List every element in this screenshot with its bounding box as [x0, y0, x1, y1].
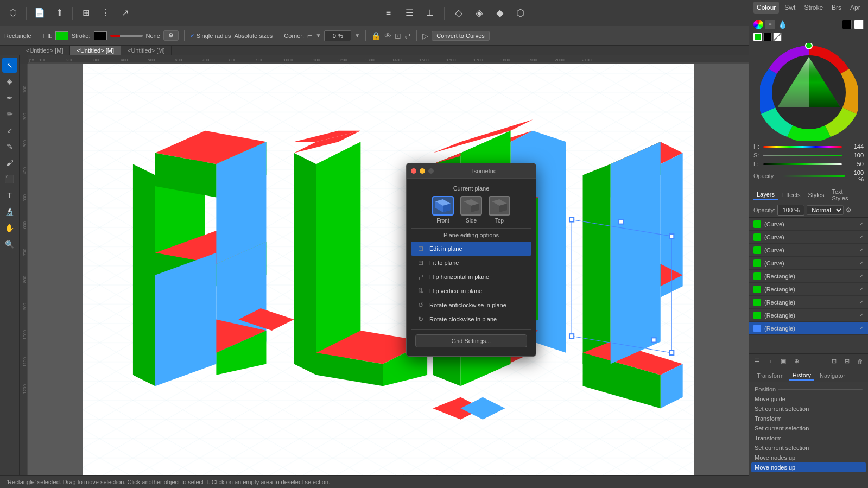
layer-row-0[interactable]: (Curve) ✓: [749, 218, 868, 231]
opacity-slider[interactable]: [783, 175, 845, 177]
export-layer-btn[interactable]: ⊡: [828, 356, 840, 367]
new-document-btn[interactable]: 📄: [31, 4, 48, 22]
history-item-5[interactable]: Transform: [751, 433, 866, 443]
stroke-color-box[interactable]: [94, 31, 107, 40]
layer-visible-8[interactable]: ✓: [859, 325, 864, 331]
black-swatch[interactable]: [842, 20, 852, 29]
grid-btn[interactable]: ⊞: [77, 4, 94, 22]
flip-horizontal-item[interactable]: ⇄ Flip horizontal in plane: [411, 270, 531, 284]
app-icon[interactable]: ⬡: [4, 4, 22, 22]
layer-visible-3[interactable]: ✓: [859, 260, 864, 266]
rotate-cw-item[interactable]: ↻ Rotate clockwise in plane: [411, 312, 531, 326]
paint-brush-tool[interactable]: 🖌: [2, 155, 17, 170]
stroke-width-slider[interactable]: [110, 35, 143, 37]
edit-in-plane-item[interactable]: ⊡ Edit in plane: [411, 242, 531, 256]
layer-visible-0[interactable]: ✓: [859, 221, 864, 227]
layer-row-8[interactable]: (Rectangle) ✓: [749, 322, 868, 335]
layer-row-7[interactable]: (Rectangle) ✓: [749, 309, 868, 322]
layers-tab[interactable]: Layers: [753, 189, 778, 200]
single-radius-check[interactable]: ✓ Single radius: [190, 32, 231, 39]
iso-side-btn[interactable]: ◆: [491, 4, 509, 22]
layer-visible-5[interactable]: ✓: [859, 286, 864, 292]
dropper-icon[interactable]: 💧: [777, 20, 787, 29]
canvas-tab-2[interactable]: <Untitled> [M]: [70, 46, 121, 55]
canvas-tab-1[interactable]: <Untitled> [M]: [20, 46, 70, 55]
layer-visible-2[interactable]: ✓: [859, 247, 864, 253]
absolute-sizes-check[interactable]: Absolute sizes: [234, 33, 273, 39]
corner-unit-dropdown[interactable]: ▼: [354, 33, 360, 39]
layer-row-4[interactable]: (Rectangle) ✓: [749, 270, 868, 283]
pen-tool[interactable]: ✒: [2, 90, 17, 105]
dialog-expand-btn[interactable]: [428, 168, 434, 174]
convert-to-curves-btn[interactable]: Convert to Curves: [432, 31, 490, 41]
layer-row-3[interactable]: (Curve) ✓: [749, 257, 868, 270]
corner-value-input[interactable]: [324, 30, 351, 41]
group-layer-btn[interactable]: ▣: [777, 356, 789, 367]
iso-top-btn[interactable]: ⬡: [512, 4, 529, 22]
apr-tab[interactable]: Apr: [847, 2, 864, 14]
stroke-settings-btn[interactable]: ⚙: [163, 30, 179, 41]
history-item-4[interactable]: Set current selection: [751, 423, 866, 433]
color-wheel-container[interactable]: [760, 43, 858, 141]
sat-slider[interactable]: [763, 155, 842, 156]
front-plane-btn[interactable]: Front: [432, 196, 454, 224]
colour-tab[interactable]: Colour: [753, 2, 779, 14]
lum-slider[interactable]: [763, 163, 842, 165]
grid-settings-btn[interactable]: Grid Settings...: [415, 334, 527, 347]
layer-row-1[interactable]: (Curve) ✓: [749, 231, 868, 244]
stroke-tab[interactable]: Stroke: [801, 2, 826, 14]
text-tool[interactable]: T: [2, 188, 17, 203]
transform-btn[interactable]: ↗: [116, 4, 134, 22]
top-plane-btn[interactable]: Top: [489, 196, 510, 224]
text-styles-tab[interactable]: Text Styles: [828, 187, 864, 203]
history-item-8[interactable]: Move nodes up: [751, 462, 866, 472]
color-wheel-icon[interactable]: [753, 20, 763, 29]
layer-row-6[interactable]: (Rectangle) ✓: [749, 296, 868, 309]
fill-tool[interactable]: ⬛: [2, 172, 17, 187]
color-slider-icon[interactable]: ≡: [765, 20, 775, 29]
brs-tab[interactable]: Brs: [828, 2, 845, 14]
select-tool[interactable]: ↖: [2, 58, 17, 73]
layer-panel-icon[interactable]: ☰: [751, 356, 763, 367]
iso-back-btn[interactable]: ◈: [471, 4, 488, 22]
hand-tool[interactable]: ✋: [2, 220, 17, 236]
align-top-btn[interactable]: ⊥: [421, 4, 439, 22]
white-swatch[interactable]: [854, 20, 864, 29]
blend-mode-select[interactable]: Normal Multiply Screen: [807, 205, 844, 215]
bezier-tool[interactable]: ↙: [2, 123, 17, 138]
mask-layer-btn[interactable]: ⊕: [790, 356, 802, 367]
layer-visible-1[interactable]: ✓: [859, 234, 864, 240]
navigator-tab[interactable]: Navigator: [816, 371, 848, 380]
flip-vertical-item[interactable]: ⇅ Flip vertical in plane: [411, 284, 531, 298]
dialog-minimize-btn[interactable]: [420, 168, 425, 174]
active-color-swatch[interactable]: [753, 33, 762, 41]
vector-pen-tool[interactable]: ✏: [2, 106, 17, 122]
zoom-tool[interactable]: 🔍: [2, 237, 17, 252]
eyedropper-tool[interactable]: 🔬: [2, 204, 17, 219]
rotate-ccw-item[interactable]: ↺ Rotate anticlockwise in plane: [411, 298, 531, 312]
fit-to-plane-item[interactable]: ⊟ Fit to plane: [411, 256, 531, 270]
canvas-tab-3[interactable]: <Untitled> [M]: [121, 46, 172, 55]
history-item-7[interactable]: Move nodes up: [751, 453, 866, 462]
swt-tab[interactable]: Swt: [781, 2, 799, 14]
layers-settings-btn[interactable]: ⚙: [846, 206, 852, 214]
dialog-close-btn[interactable]: [411, 168, 416, 174]
history-item-1[interactable]: Move guide: [751, 394, 866, 404]
canvas-area[interactable]: [28, 64, 749, 475]
add-layer-btn[interactable]: +: [764, 356, 776, 367]
transparent-swatch[interactable]: [773, 33, 782, 41]
history-item-2[interactable]: Set current selection: [751, 404, 866, 414]
node-tool[interactable]: ◈: [2, 74, 17, 89]
corner-dropdown-icon[interactable]: ▼: [315, 33, 321, 39]
layer-opacity-input[interactable]: [777, 205, 804, 216]
hue-slider[interactable]: [763, 146, 842, 148]
grid-layer-btn[interactable]: ⊞: [841, 356, 853, 367]
side-plane-btn[interactable]: Side: [460, 196, 482, 224]
delete-layer-btn[interactable]: 🗑: [854, 356, 866, 367]
history-item-3[interactable]: Transform: [751, 414, 866, 423]
iso-front-btn[interactable]: ◇: [450, 4, 467, 22]
swatch-black[interactable]: [763, 33, 772, 41]
styles-tab[interactable]: Styles: [804, 190, 827, 200]
snap-btn[interactable]: ⋮: [97, 4, 114, 22]
align-left-btn[interactable]: ≡: [380, 4, 397, 22]
